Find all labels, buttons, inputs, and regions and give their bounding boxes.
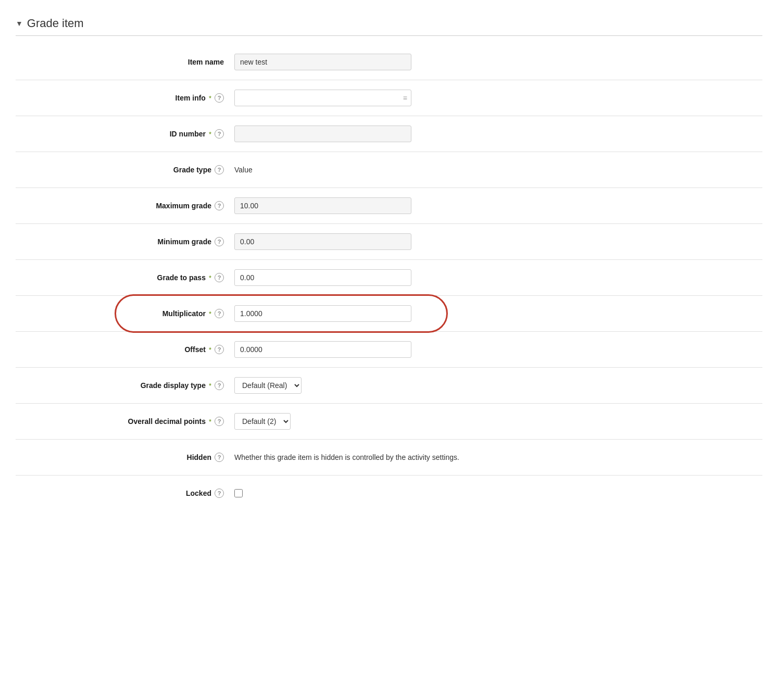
minimum-grade-input[interactable] xyxy=(234,233,411,250)
multiplicator-help-icon[interactable]: ? xyxy=(215,309,224,318)
section-chevron-icon[interactable]: ▼ xyxy=(16,19,23,28)
grade-to-pass-label-cell: Grade to pass * ? xyxy=(16,273,234,282)
item-info-list-icon: ≡ xyxy=(403,94,407,102)
grade-type-label-cell: Grade type ? xyxy=(16,165,234,174)
grade-to-pass-help-icon[interactable]: ? xyxy=(215,273,224,282)
hidden-row: Hidden ? Whether this grade item is hidd… xyxy=(16,442,762,473)
item-info-row: Item info * ? ≡ xyxy=(16,82,762,114)
multiplicator-input-cell xyxy=(234,305,762,322)
id-number-row: ID number * ? xyxy=(16,118,762,149)
grade-type-value: Value xyxy=(234,166,253,174)
divider-5 xyxy=(16,223,762,224)
overall-decimal-points-label: Overall decimal points xyxy=(128,417,206,426)
maximum-grade-input[interactable] xyxy=(234,197,411,214)
offset-required: * xyxy=(209,346,211,354)
divider-9 xyxy=(16,367,762,368)
overall-decimal-points-row: Overall decimal points * ? Default (2) 0… xyxy=(16,406,762,437)
maximum-grade-help-icon[interactable]: ? xyxy=(215,201,224,210)
grade-display-type-select[interactable]: Default (Real) Real Percentage Letter xyxy=(234,377,302,394)
id-number-input[interactable] xyxy=(234,126,411,142)
minimum-grade-row: Minimum grade ? xyxy=(16,226,762,257)
divider-4 xyxy=(16,188,762,188)
offset-help-icon[interactable]: ? xyxy=(215,345,224,354)
multiplicator-required: * xyxy=(209,310,211,318)
overall-decimal-points-help-icon[interactable]: ? xyxy=(215,417,224,426)
item-name-input[interactable] xyxy=(234,54,411,70)
hidden-help-icon[interactable]: ? xyxy=(215,453,224,462)
item-name-row: Item name xyxy=(16,46,762,78)
multiplicator-label-cell: Multiplicator * ? xyxy=(16,309,234,318)
grade-to-pass-required: * xyxy=(209,274,211,282)
minimum-grade-label: Minimum grade xyxy=(158,238,211,246)
grade-display-type-help-icon[interactable]: ? xyxy=(215,381,224,390)
item-info-input-wrapper: ≡ xyxy=(234,90,411,106)
minimum-grade-input-cell xyxy=(234,233,762,250)
item-name-input-cell xyxy=(234,54,762,70)
grade-to-pass-row: Grade to pass * ? xyxy=(16,262,762,293)
divider-8 xyxy=(16,331,762,332)
hidden-value-cell: Whether this grade item is hidden is con… xyxy=(234,453,762,461)
multiplicator-input[interactable] xyxy=(234,305,411,322)
multiplicator-row: Multiplicator * ? xyxy=(16,298,762,329)
maximum-grade-label-cell: Maximum grade ? xyxy=(16,201,234,210)
offset-label: Offset xyxy=(184,345,205,354)
grade-type-row: Grade type ? Value xyxy=(16,154,762,185)
locked-row: Locked ? xyxy=(16,478,762,509)
grade-type-help-icon[interactable]: ? xyxy=(215,165,224,174)
maximum-grade-row: Maximum grade ? xyxy=(16,190,762,221)
item-info-input[interactable] xyxy=(234,90,411,106)
locked-label: Locked xyxy=(186,489,211,497)
item-info-input-cell: ≡ xyxy=(234,90,762,106)
overall-decimal-points-select-cell: Default (2) 0 1 2 3 4 5 xyxy=(234,413,762,430)
hidden-description: Whether this grade item is hidden is con… xyxy=(234,453,459,461)
grade-to-pass-input-cell xyxy=(234,269,762,286)
id-number-required: * xyxy=(209,130,211,138)
id-number-label: ID number xyxy=(170,130,206,138)
offset-input[interactable] xyxy=(234,341,411,358)
grade-display-type-label: Grade display type xyxy=(141,381,206,390)
divider-10 xyxy=(16,403,762,404)
grade-display-type-select-cell: Default (Real) Real Percentage Letter xyxy=(234,377,762,394)
divider-12 xyxy=(16,475,762,476)
grade-type-label: Grade type xyxy=(173,166,211,174)
minimum-grade-help-icon[interactable]: ? xyxy=(215,237,224,246)
grade-to-pass-label: Grade to pass xyxy=(157,273,206,282)
item-info-required: * xyxy=(209,94,211,102)
divider-1 xyxy=(16,80,762,80)
item-info-help-icon[interactable]: ? xyxy=(215,93,224,103)
maximum-grade-input-cell xyxy=(234,197,762,214)
offset-label-cell: Offset * ? xyxy=(16,345,234,354)
item-info-label: Item info xyxy=(175,94,206,102)
grade-to-pass-input[interactable] xyxy=(234,269,411,286)
form-body: Item name Item info * ? ≡ xyxy=(16,46,762,509)
id-number-label-cell: ID number * ? xyxy=(16,129,234,139)
divider-7 xyxy=(16,295,762,296)
locked-help-icon[interactable]: ? xyxy=(215,489,224,498)
section-title: Grade item xyxy=(27,17,84,30)
divider-11 xyxy=(16,439,762,440)
grade-type-value-cell: Value xyxy=(234,166,762,174)
offset-input-cell xyxy=(234,341,762,358)
overall-decimal-points-required: * xyxy=(209,418,211,426)
locked-checkbox-cell xyxy=(234,489,762,497)
id-number-help-icon[interactable]: ? xyxy=(215,129,224,139)
hidden-label: Hidden xyxy=(187,453,211,461)
maximum-grade-label: Maximum grade xyxy=(156,202,211,210)
item-name-label: Item name xyxy=(188,58,224,66)
page-wrapper: ▼ Grade item Item name Item info * ? xyxy=(0,0,778,519)
section-header: ▼ Grade item xyxy=(16,10,762,36)
id-number-input-cell xyxy=(234,126,762,142)
item-name-label-cell: Item name xyxy=(16,58,234,66)
minimum-grade-label-cell: Minimum grade ? xyxy=(16,237,234,246)
grade-display-type-required: * xyxy=(209,382,211,390)
offset-row: Offset * ? xyxy=(16,334,762,365)
overall-decimal-points-select[interactable]: Default (2) 0 1 2 3 4 5 xyxy=(234,413,291,430)
divider-6 xyxy=(16,259,762,260)
divider-3 xyxy=(16,152,762,152)
multiplicator-label: Multiplicator xyxy=(162,309,206,318)
grade-display-type-label-cell: Grade display type * ? xyxy=(16,381,234,390)
locked-checkbox[interactable] xyxy=(234,489,243,497)
overall-decimal-points-label-cell: Overall decimal points * ? xyxy=(16,417,234,426)
divider-2 xyxy=(16,116,762,116)
grade-display-type-row: Grade display type * ? Default (Real) Re… xyxy=(16,370,762,401)
